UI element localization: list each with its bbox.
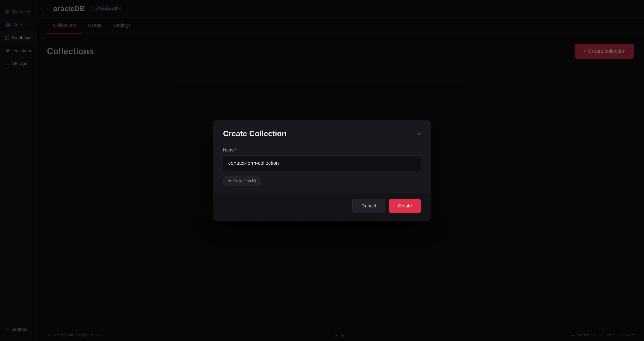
name-field-label: Name*	[223, 147, 421, 153]
required-star: *	[234, 147, 236, 152]
cancel-button[interactable]: Cancel	[352, 199, 386, 213]
modal-header: Create Collection ×	[213, 120, 431, 144]
modal-overlay[interactable]: Create Collection × Name* ✏ Collection I…	[0, 0, 644, 341]
collection-id-label: Collection ID	[233, 179, 256, 183]
collection-id-button[interactable]: ✏ Collection ID	[223, 176, 261, 186]
create-button[interactable]: Create	[389, 199, 421, 213]
create-collection-modal: Create Collection × Name* ✏ Collection I…	[213, 120, 431, 221]
modal-footer: Cancel Create	[213, 193, 431, 221]
modal-title: Create Collection	[223, 129, 286, 138]
modal-body: Name* ✏ Collection ID	[213, 144, 431, 193]
collection-name-input[interactable]	[223, 155, 421, 171]
edit-icon: ✏	[228, 179, 232, 183]
modal-close-button[interactable]: ×	[417, 130, 421, 137]
